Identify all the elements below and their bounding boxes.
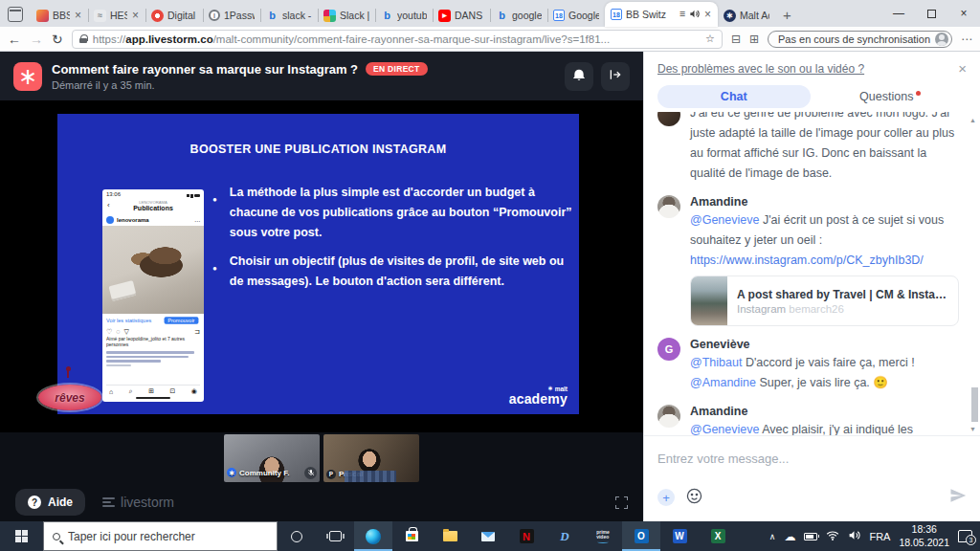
- speaker-name: Pascal: [339, 470, 363, 478]
- browser-tab-dans-q[interactable]: ▶DANS Q: [433, 4, 490, 27]
- favorite-star-icon[interactable]: ☆: [705, 33, 715, 45]
- tab-close-icon[interactable]: ×: [74, 9, 82, 22]
- action-center-icon[interactable]: 3: [958, 530, 972, 542]
- collections-icon[interactable]: ⊟: [731, 33, 741, 46]
- emoji-icon[interactable]: [686, 488, 702, 508]
- taskbar-app-mail[interactable]: [469, 521, 507, 551]
- tab-audio-icon[interactable]: [689, 9, 700, 21]
- taskbar-app-netflix[interactable]: N: [507, 521, 546, 551]
- phone-home-bar: [136, 397, 170, 399]
- leave-room-button[interactable]: [601, 62, 630, 91]
- browser-tab-slack-g[interactable]: Slack | g: [318, 4, 375, 27]
- malt-badge-icon: ∗: [227, 468, 236, 477]
- bing-favicon: b: [381, 10, 393, 22]
- taskbar-app-word[interactable]: W: [660, 521, 699, 551]
- tab-close-icon[interactable]: ×: [131, 9, 140, 22]
- message-link[interactable]: https://www.instagram.com/p/CK_zbyhIb3D/: [690, 251, 959, 271]
- browser-tab-bbs[interactable]: BBS×: [31, 4, 88, 27]
- chat-message-list[interactable]: J'ai eu ce genre de problème avec mon lo…: [644, 112, 980, 435]
- tab-questions[interactable]: Questions: [814, 85, 968, 108]
- taskbar-app-disney[interactable]: D: [546, 521, 584, 551]
- scroll-down-arrow[interactable]: ▼: [969, 426, 976, 432]
- taskbar-app-prime[interactable]: primevideo: [584, 521, 622, 551]
- browser-tab-1passwo[interactable]: I1Passwo: [203, 4, 260, 27]
- address-bar[interactable]: https://app.livestorm.co/malt-community/…: [72, 30, 723, 49]
- browser-tab-malt-aca[interactable]: ∗Malt Aca: [718, 4, 775, 27]
- disney-plus-icon: D: [558, 529, 572, 543]
- gcal-favicon: 18: [611, 9, 622, 20]
- sync-profile-button[interactable]: Pas en cours de synchronisation: [768, 31, 952, 48]
- phone-account-brand: LENOVORAMA: [121, 201, 187, 205]
- browser-tab-slack-b[interactable]: bslack - B: [260, 4, 318, 27]
- browser-tab-digital-in[interactable]: Digital in: [145, 4, 203, 27]
- tray-expand-icon[interactable]: ∧: [769, 532, 776, 541]
- forward-button[interactable]: →: [30, 32, 43, 47]
- netflix-icon: N: [520, 529, 534, 543]
- close-panel-icon[interactable]: ×: [958, 61, 967, 76]
- message-input[interactable]: Entrez votre message...: [657, 452, 967, 466]
- taskbar-app-edge[interactable]: [354, 521, 392, 551]
- message-author: Amandine: [690, 405, 959, 418]
- audio-video-help-link[interactable]: Des problèmes avec le son ou la vidéo ?: [657, 62, 864, 76]
- wifi-icon[interactable]: [826, 529, 839, 544]
- close-window-button[interactable]: ×: [947, 0, 980, 27]
- start-button[interactable]: [0, 521, 43, 551]
- taskbar-app-outlook[interactable]: O: [622, 521, 660, 551]
- hes-favicon: ≈: [94, 10, 106, 22]
- battery-icon[interactable]: [804, 533, 817, 540]
- search-placeholder: Taper ici pour rechercher: [68, 530, 195, 543]
- message-author: Amandine: [690, 195, 959, 209]
- browser-tab-youtube[interactable]: byoutube: [375, 4, 433, 27]
- target-favicon: [151, 10, 164, 22]
- fullscreen-icon[interactable]: [615, 496, 628, 509]
- language-indicator[interactable]: FRA: [869, 531, 890, 542]
- notifications-button[interactable]: [565, 62, 593, 91]
- browser-tab-google-a[interactable]: bgoogle a: [490, 4, 547, 27]
- taskbar-app-cortana[interactable]: [278, 521, 316, 551]
- tab-label: Slack | g: [340, 10, 369, 21]
- scrollbar-thumb[interactable]: [971, 387, 978, 422]
- taskbar-search-box[interactable]: Taper ici pour rechercher: [43, 521, 278, 551]
- phone-likes-text: Aimé par leopoldine_jolito et 7 autres p…: [106, 337, 200, 348]
- phone-status-icons: [187, 191, 200, 200]
- add-attachment-button[interactable]: +: [657, 489, 675, 506]
- speaker-video-pascal[interactable]: P Pascal: [323, 434, 419, 482]
- link-preview-card[interactable]: A post shared by Travel | CM & Insta Coa…: [690, 276, 959, 326]
- tab-chat[interactable]: Chat: [657, 85, 811, 108]
- tab-close-icon[interactable]: ×: [703, 8, 712, 21]
- browser-menu-icon[interactable]: ⋯: [961, 33, 972, 46]
- send-message-icon[interactable]: [949, 487, 967, 508]
- speaker-video-community[interactable]: ∗ Community F.: [224, 434, 320, 482]
- mention[interactable]: @Amandine: [690, 376, 756, 389]
- taskbar-app-explorer[interactable]: [431, 521, 469, 551]
- phone-account-avatar: [106, 216, 114, 224]
- file-explorer-icon: [443, 531, 457, 541]
- taskbar-app-excel[interactable]: X: [699, 521, 737, 551]
- tab-filter-icon: ☰: [679, 11, 685, 18]
- mention[interactable]: @Thibaut: [690, 356, 742, 369]
- message-author: Geneviève: [690, 338, 959, 351]
- volume-icon[interactable]: [848, 529, 860, 543]
- browser-tab-google-a[interactable]: 18Google A: [547, 4, 605, 27]
- task-view-icon: [329, 531, 342, 541]
- minimize-button[interactable]: —: [882, 0, 915, 27]
- avatar: [657, 112, 680, 126]
- mention[interactable]: @Genevieve: [690, 423, 759, 435]
- maximize-button[interactable]: [915, 0, 947, 27]
- back-button[interactable]: ←: [8, 32, 21, 47]
- browser-extensions-icon[interactable]: ⊞: [749, 33, 759, 46]
- browser-tab-bb-switz[interactable]: 18BB Switz☰×: [605, 2, 718, 27]
- taskbar-app-store[interactable]: [392, 521, 431, 551]
- refresh-button[interactable]: ↻: [52, 32, 63, 47]
- browser-tab-hes[interactable]: ≈HES×: [88, 4, 145, 27]
- onedrive-icon[interactable]: ☁: [784, 530, 795, 543]
- new-tab-button[interactable]: +: [783, 7, 791, 23]
- mention[interactable]: @Genevieve: [690, 213, 759, 227]
- scroll-up-arrow[interactable]: ▲: [969, 117, 976, 123]
- taskbar-app-taskview[interactable]: [316, 521, 354, 551]
- tab-search-icon[interactable]: [8, 7, 23, 22]
- help-button[interactable]: ? Aide: [15, 489, 85, 516]
- taskbar-apps: NDprimevideoOWX: [278, 521, 737, 551]
- taskbar-clock[interactable]: 18:36 18.05.2021: [899, 523, 949, 548]
- edge-icon: [366, 529, 381, 544]
